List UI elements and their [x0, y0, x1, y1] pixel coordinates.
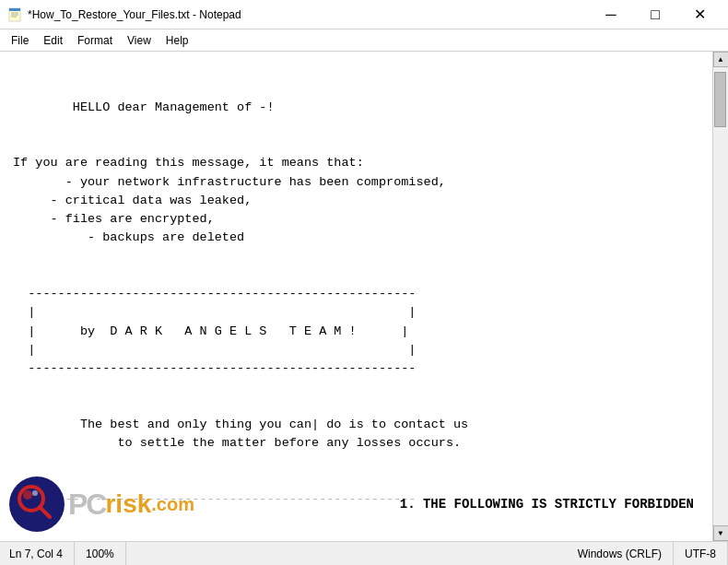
- window-title: *How_To_Restore_Your_Files.txt - Notepad: [28, 8, 590, 21]
- title-bar: *How_To_Restore_Your_Files.txt - Notepad…: [0, 0, 728, 29]
- text-content[interactable]: HELLO dear Management of -! If you are r…: [0, 52, 712, 541]
- minimize-button[interactable]: ─: [590, 0, 632, 29]
- svg-rect-1: [9, 8, 20, 11]
- scroll-up-button[interactable]: ▲: [713, 52, 729, 67]
- notepad-icon: [7, 7, 22, 22]
- menu-bar: File Edit Format View Help: [0, 29, 728, 52]
- scrollbar-thumb[interactable]: [714, 72, 726, 127]
- editor-area: HELLO dear Management of -! If you are r…: [0, 52, 728, 541]
- menu-file[interactable]: File: [4, 32, 36, 49]
- window-controls: ─ □ ✕: [590, 0, 721, 29]
- menu-format[interactable]: Format: [70, 32, 120, 49]
- zoom-level: 100%: [75, 542, 126, 565]
- encoding: UTF-8: [674, 542, 728, 565]
- status-bar: Ln 7, Col 4 100% Windows (CRLF) UTF-8: [0, 541, 728, 565]
- cursor-position: Ln 7, Col 4: [0, 542, 75, 565]
- menu-view[interactable]: View: [120, 32, 159, 49]
- vertical-scrollbar[interactable]: ▲ ▼: [712, 52, 728, 541]
- menu-edit[interactable]: Edit: [36, 32, 70, 49]
- menu-help[interactable]: Help: [159, 32, 196, 49]
- maximize-button[interactable]: □: [634, 0, 676, 29]
- scrollbar-thumb-area: [713, 67, 728, 525]
- close-button[interactable]: ✕: [678, 0, 721, 29]
- scroll-down-button[interactable]: ▼: [713, 525, 729, 541]
- line-ending: Windows (CRLF): [567, 542, 674, 565]
